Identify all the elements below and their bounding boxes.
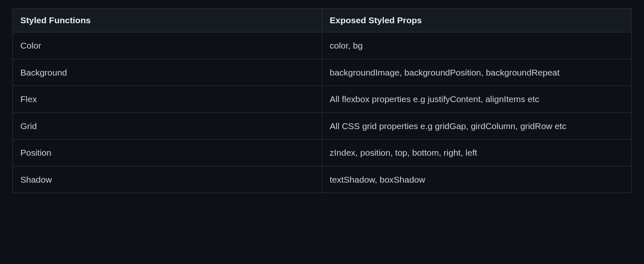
- header-exposed-props: Exposed Styled Props: [322, 9, 632, 32]
- table-row: Shadow textShadow, boxShadow: [13, 166, 632, 193]
- cell-function: Grid: [13, 112, 322, 139]
- cell-props: backgroundImage, backgroundPosition, bac…: [322, 59, 632, 86]
- table-row: Grid All CSS grid properties e.g gridGap…: [13, 112, 632, 139]
- cell-props: color, bg: [322, 32, 632, 59]
- cell-function: Flex: [13, 86, 322, 113]
- cell-function: Position: [13, 139, 322, 166]
- cell-props: textShadow, boxShadow: [322, 166, 632, 193]
- cell-props: All flexbox properties e.g justifyConten…: [322, 86, 632, 113]
- table-row: Background backgroundImage, backgroundPo…: [13, 59, 632, 86]
- cell-function: Shadow: [13, 166, 322, 193]
- table-header-row: Styled Functions Exposed Styled Props: [13, 9, 632, 32]
- cell-function: Color: [13, 32, 322, 59]
- cell-function: Background: [13, 59, 322, 86]
- table-row: Color color, bg: [13, 32, 632, 59]
- cell-props: All CSS grid properties e.g gridGap, gir…: [322, 112, 632, 139]
- styled-functions-table: Styled Functions Exposed Styled Props Co…: [12, 8, 632, 193]
- table-row: Flex All flexbox properties e.g justifyC…: [13, 86, 632, 113]
- cell-props: zIndex, position, top, bottom, right, le…: [322, 139, 632, 166]
- table-row: Position zIndex, position, top, bottom, …: [13, 139, 632, 166]
- header-styled-functions: Styled Functions: [13, 9, 322, 32]
